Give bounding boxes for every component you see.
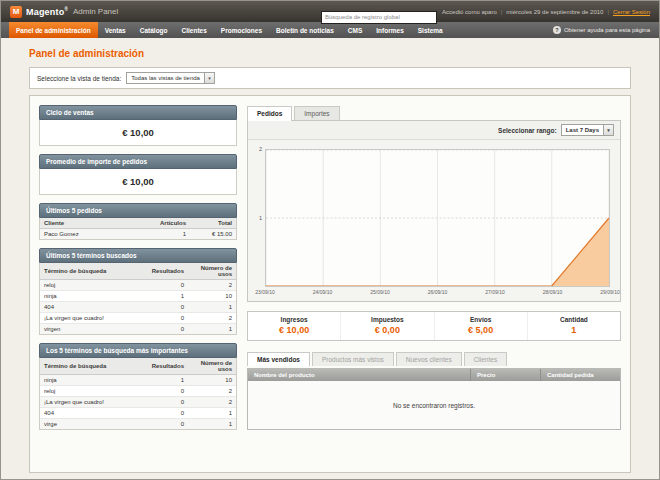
- stat-label: Envíos: [435, 316, 527, 323]
- grid-tab[interactable]: Nuevos clientes: [396, 352, 462, 366]
- trademark-symbol: ®: [64, 7, 68, 12]
- top-bar: M Magento® Admin Panel Accedió como apar…: [1, 1, 659, 22]
- page-title: Panel de administración: [29, 48, 631, 59]
- brand-suffix: Admin Panel: [73, 7, 118, 16]
- date-range-value: Last 7 Days: [562, 127, 603, 133]
- grid-tab[interactable]: Más vendidos: [247, 352, 310, 366]
- sales-cycle-box: Ciclo de ventas € 10,00: [39, 105, 237, 146]
- cell-results: 0: [148, 386, 188, 397]
- cell-term: 404: [40, 302, 148, 313]
- cell-term: 404: [40, 408, 148, 419]
- stat-card: Envíos € 5,00: [434, 312, 527, 340]
- nav-item[interactable]: Informes: [369, 22, 410, 38]
- chart-plot: [265, 149, 610, 287]
- grid-column-qty: Cantidad pedida: [540, 369, 620, 381]
- table-row[interactable]: virge 0 1: [40, 419, 236, 430]
- table-row[interactable]: 404 0 1: [40, 302, 236, 313]
- main-nav: Panel de administración Ventas Catálogo …: [9, 22, 450, 38]
- dashboard-tab[interactable]: Importes: [294, 106, 339, 120]
- last-orders-table: Cliente Artículos Total Paco Gomez: [40, 218, 236, 239]
- table-row[interactable]: ¡La virgen que cuadro! 0 2: [40, 313, 236, 324]
- last-search-terms-box: Últimos 5 términos buscados Término de b…: [39, 248, 237, 335]
- cell-uses: 1: [188, 302, 236, 313]
- cell-uses: 2: [188, 280, 236, 291]
- stat-card: Ingresos € 10,00: [248, 312, 340, 340]
- global-search-input[interactable]: [321, 11, 437, 24]
- cell-results: 0: [148, 302, 188, 313]
- tab-label: Pedidos: [257, 110, 282, 117]
- cell-uses: 2: [188, 313, 236, 324]
- nav-item[interactable]: Sistema: [411, 22, 450, 38]
- top-search-terms-box: Los 5 términos de búsqueda más important…: [39, 343, 237, 430]
- range-label: Seleccionar rango:: [498, 127, 557, 134]
- store-view-select[interactable]: Todas las vistas de tienda ▾: [126, 72, 215, 84]
- grid-column-price: Precio: [470, 369, 540, 381]
- cell-results: 0: [148, 280, 188, 291]
- store-switcher-label: Seleccione la vista de tienda:: [37, 75, 121, 82]
- column-header-customer: Cliente: [40, 218, 148, 229]
- grid-tab[interactable]: Productos más vistos: [312, 352, 394, 366]
- nav-item[interactable]: Promociones: [214, 22, 269, 38]
- last-search-terms-table: Término de búsqueda Resultados Número de…: [40, 263, 236, 334]
- table-row[interactable]: reloj 0 2: [40, 386, 236, 397]
- table-row[interactable]: Paco Gomez 1 € 15.00: [40, 229, 236, 240]
- x-axis-label: 29/09/10: [600, 289, 619, 295]
- nav-item-label: Promociones: [221, 27, 262, 34]
- average-order-title: Promedio de importe de pedidos: [39, 154, 237, 169]
- logout-link[interactable]: Cerrar Sesión: [613, 9, 650, 15]
- cell-results: 1: [148, 375, 188, 386]
- products-grid: Nombre del producto Precio Cantidad pedi…: [247, 368, 621, 430]
- nav-item[interactable]: CMS: [341, 22, 369, 38]
- cell-uses: 2: [188, 397, 236, 408]
- help-label: Obtener ayuda para esta página: [564, 27, 650, 33]
- table-row[interactable]: virgen 0 1: [40, 324, 236, 335]
- nav-item-label: Sistema: [418, 27, 443, 34]
- content-area: Panel de administración Seleccione la vi…: [1, 38, 659, 479]
- cell-uses: 1: [188, 324, 236, 335]
- nav-item-label: Boletín de noticias: [276, 27, 334, 34]
- tab-label: Importes: [304, 110, 329, 117]
- table-row[interactable]: ninja 1 10: [40, 291, 236, 302]
- top-search-terms-table: Término de búsqueda Resultados Número de…: [40, 358, 236, 429]
- nav-item[interactable]: Clientes: [175, 22, 214, 38]
- nav-item-label: Informes: [376, 27, 403, 34]
- cell-uses: 2: [188, 386, 236, 397]
- cell-uses: 10: [188, 291, 236, 302]
- column-header-uses: Número de usos: [188, 358, 236, 375]
- grid-empty-message: No se encontraron registros.: [248, 381, 620, 429]
- x-axis-label: 24/09/10: [313, 289, 332, 295]
- nav-item-label: Ventas: [105, 27, 126, 34]
- dashboard-left-column: Ciclo de ventas € 10,00 Promedio de impo…: [39, 105, 237, 463]
- table-row[interactable]: ¡La virgen que cuadro! 0 2: [40, 397, 236, 408]
- nav-item[interactable]: Panel de administración: [9, 22, 98, 38]
- nav-item[interactable]: Catálogo: [133, 22, 175, 38]
- nav-item[interactable]: Boletín de noticias: [269, 22, 341, 38]
- cell-uses: 10: [188, 375, 236, 386]
- table-row[interactable]: ninja 1 10: [40, 375, 236, 386]
- logged-in-as: Accedió como aparo: [442, 9, 497, 15]
- cell-results: 1: [148, 291, 188, 302]
- cell-term: ninja: [40, 375, 148, 386]
- x-axis-label: 27/09/10: [485, 289, 504, 295]
- cell-customer: Paco Gomez: [40, 229, 148, 240]
- dashboard-tab[interactable]: Pedidos: [247, 106, 292, 121]
- cell-results: 0: [148, 324, 188, 335]
- cell-uses: 1: [188, 408, 236, 419]
- chart-y-labels: 12: [252, 149, 265, 287]
- table-row[interactable]: 404 0 1: [40, 408, 236, 419]
- dashboard: Ciclo de ventas € 10,00 Promedio de impo…: [29, 95, 631, 473]
- store-switcher: Seleccione la vista de tienda: Todas las…: [29, 67, 631, 89]
- dashboard-right-column: Pedidos Importes Seleccionar rango: Last…: [247, 105, 621, 463]
- top-search-terms-title: Los 5 términos de búsqueda más important…: [39, 343, 237, 358]
- chart-plot-wrap: 23/09/1024/09/1025/09/1026/09/1027/09/10…: [265, 149, 610, 298]
- cell-results: 0: [148, 397, 188, 408]
- column-header-results: Resultados: [148, 358, 188, 375]
- help-link[interactable]: ? Obtener ayuda para esta página: [553, 22, 659, 38]
- grid-tab[interactable]: Clientes: [464, 352, 507, 366]
- nav-item[interactable]: Ventas: [98, 22, 133, 38]
- dashboard-tabs: Pedidos Importes: [247, 105, 621, 120]
- date-range-select[interactable]: Last 7 Days ▾: [561, 124, 614, 136]
- tab-label: Más vendidos: [257, 356, 300, 363]
- grid-column-product: Nombre del producto: [248, 369, 470, 381]
- table-row[interactable]: reloj 0 2: [40, 280, 236, 291]
